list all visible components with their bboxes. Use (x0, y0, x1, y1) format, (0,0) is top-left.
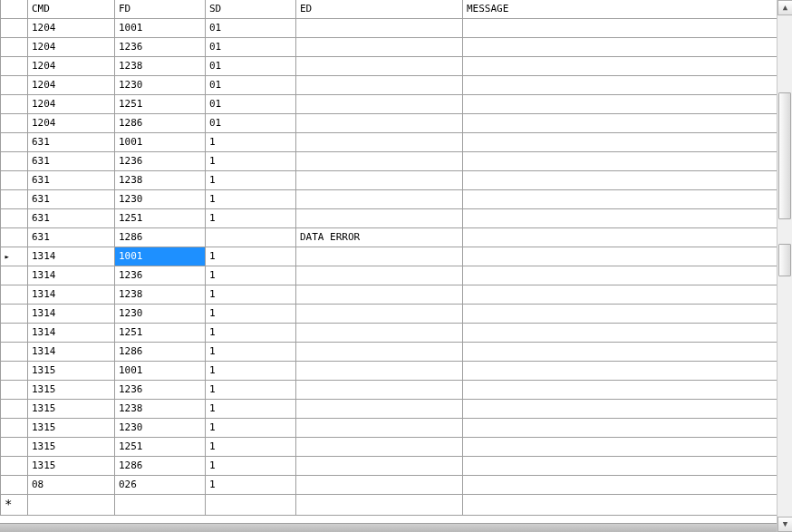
cell-sd[interactable]: 1 (206, 343, 296, 362)
row-header[interactable] (1, 400, 28, 419)
cell-fd[interactable]: 1286 (115, 343, 206, 362)
cell-cmd[interactable]: 1314 (28, 324, 115, 343)
cell-ed[interactable] (296, 285, 463, 305)
cell-cmd[interactable]: 1204 (28, 19, 115, 38)
table-row[interactable]: 63112381 (1, 171, 778, 190)
cell-msg[interactable] (463, 57, 778, 76)
row-header[interactable] (1, 343, 28, 362)
cell-sd[interactable]: 01 (206, 19, 296, 38)
row-header[interactable] (1, 419, 28, 438)
cell-ed[interactable] (296, 324, 463, 343)
col-header-sd[interactable]: SD (206, 0, 296, 19)
row-header[interactable] (1, 381, 28, 400)
cell-msg[interactable] (463, 95, 778, 114)
cell-fd[interactable]: 1001 (115, 133, 206, 152)
cell-sd[interactable]: 1 (206, 476, 296, 495)
col-header-fd[interactable]: FD (115, 0, 206, 19)
cell-ed[interactable] (296, 114, 463, 133)
header-row[interactable]: CMD FD SD ED MESSAGE (1, 0, 778, 19)
cell-fd[interactable]: 1236 (115, 266, 206, 285)
cell-ed[interactable] (296, 171, 463, 190)
cell-ed[interactable] (296, 457, 463, 476)
cell-msg[interactable] (463, 381, 778, 400)
table-row[interactable]: 131512361 (1, 381, 778, 400)
cell-fd[interactable]: 1238 (115, 171, 206, 190)
cell-ed[interactable] (296, 381, 463, 400)
table-row[interactable]: 63112361 (1, 152, 778, 171)
cell-msg[interactable] (463, 38, 778, 57)
cell-fd[interactable]: 1238 (115, 57, 206, 76)
table-row[interactable]: 63110011 (1, 133, 778, 152)
cell-cmd[interactable]: 1315 (28, 419, 115, 438)
scroll-down-arrow-icon[interactable]: ▼ (778, 517, 792, 532)
table-row[interactable]: 131512301 (1, 419, 778, 438)
rowheader-corner[interactable] (1, 0, 28, 19)
cell-ed[interactable] (296, 266, 463, 285)
cell-cmd[interactable]: 631 (28, 209, 115, 228)
row-header[interactable] (1, 152, 28, 171)
cell-msg[interactable] (463, 19, 778, 38)
cell-sd[interactable]: 1 (206, 362, 296, 381)
table-row[interactable]: 1204100101 (1, 19, 778, 38)
cell-ed[interactable] (296, 190, 463, 209)
cell-msg[interactable] (463, 324, 778, 343)
cell-ed[interactable] (296, 133, 463, 152)
table-row[interactable]: 1204125101 (1, 95, 778, 114)
cell-sd[interactable]: 1 (206, 209, 296, 228)
cell-sd[interactable]: 01 (206, 76, 296, 95)
row-header[interactable] (1, 114, 28, 133)
cell-ed[interactable] (296, 305, 463, 324)
grid-viewport[interactable]: CMD FD SD ED MESSAGE 1204100101120412360… (0, 0, 777, 532)
cell-fd[interactable]: 1236 (115, 38, 206, 57)
cell-sd[interactable]: 1 (206, 266, 296, 285)
cell-msg[interactable] (463, 152, 778, 171)
cell-fd[interactable]: 1238 (115, 400, 206, 419)
cell-sd[interactable] (206, 495, 296, 516)
cell-ed[interactable] (296, 419, 463, 438)
row-header[interactable] (1, 285, 28, 305)
cell-cmd[interactable]: 1204 (28, 114, 115, 133)
cell-cmd[interactable]: 1314 (28, 266, 115, 285)
cell-cmd[interactable]: 1315 (28, 400, 115, 419)
cell-sd[interactable]: 01 (206, 38, 296, 57)
cell-msg[interactable] (463, 438, 778, 457)
cell-cmd[interactable]: 631 (28, 171, 115, 190)
cell-ed[interactable]: DATA ERROR (296, 228, 463, 247)
cell-ed[interactable] (296, 95, 463, 114)
cell-msg[interactable] (463, 400, 778, 419)
table-row[interactable]: 1204123001 (1, 76, 778, 95)
scroll-thumb[interactable] (778, 92, 791, 219)
cell-ed[interactable] (296, 57, 463, 76)
cell-msg[interactable] (463, 285, 778, 305)
row-header[interactable] (1, 305, 28, 324)
row-header[interactable] (1, 57, 28, 76)
cell-cmd[interactable]: 1204 (28, 95, 115, 114)
cell-fd[interactable]: 1286 (115, 457, 206, 476)
table-row[interactable]: 131412511 (1, 324, 778, 343)
cell-cmd[interactable]: 1315 (28, 362, 115, 381)
cell-msg[interactable] (463, 114, 778, 133)
col-header-msg[interactable]: MESSAGE (463, 0, 778, 19)
cell-fd[interactable]: 1251 (115, 95, 206, 114)
row-header[interactable] (1, 476, 28, 495)
row-header[interactable] (1, 438, 28, 457)
cell-ed[interactable] (296, 438, 463, 457)
cell-msg[interactable] (463, 190, 778, 209)
row-header[interactable] (1, 209, 28, 228)
table-row[interactable]: 131512381 (1, 400, 778, 419)
cell-msg[interactable] (463, 419, 778, 438)
cell-sd[interactable]: 1 (206, 438, 296, 457)
cell-msg[interactable] (463, 476, 778, 495)
cell-fd[interactable]: 1230 (115, 190, 206, 209)
cell-msg[interactable] (463, 305, 778, 324)
cell-msg[interactable] (463, 266, 778, 285)
row-header[interactable] (1, 362, 28, 381)
cell-ed[interactable] (296, 38, 463, 57)
cell-msg[interactable] (463, 76, 778, 95)
cell-cmd[interactable]: 631 (28, 133, 115, 152)
cell-ed[interactable] (296, 400, 463, 419)
cell-ed[interactable] (296, 209, 463, 228)
cell-cmd[interactable]: 1315 (28, 457, 115, 476)
cell-cmd[interactable]: 631 (28, 190, 115, 209)
cell-fd[interactable]: 1230 (115, 305, 206, 324)
